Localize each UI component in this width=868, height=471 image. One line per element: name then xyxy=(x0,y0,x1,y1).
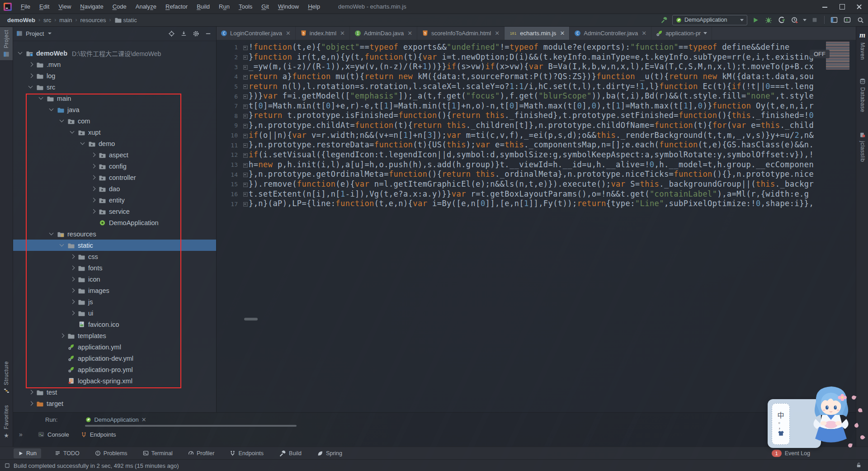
tree-toggle-icon[interactable] xyxy=(69,129,76,136)
collapse-all-button[interactable] xyxy=(179,29,188,38)
close-icon[interactable]: ✕ xyxy=(642,30,646,37)
tool-stripe-favorites[interactable]: Favorites ★ xyxy=(0,402,13,442)
tree-toggle-icon[interactable] xyxy=(69,264,76,271)
menu-build[interactable]: Build xyxy=(192,0,214,14)
run-button[interactable] xyxy=(750,15,760,25)
tree-toggle-icon[interactable] xyxy=(28,389,34,396)
editor-tab-scoreInfoToAdmin.html[interactable]: 5scoreInfoToAdmin.html✕ xyxy=(417,26,505,40)
tree-item-controller[interactable]: controller xyxy=(13,172,216,183)
tree-toggle-icon[interactable] xyxy=(90,208,97,215)
menu-tools[interactable]: Tools xyxy=(234,0,257,14)
tree-toggle-icon[interactable] xyxy=(48,231,55,237)
tree-item-target[interactable]: target xyxy=(13,398,216,409)
toolwindow-button-run[interactable]: Run xyxy=(14,448,41,458)
toolwindow-button-profiler[interactable]: Profiler xyxy=(186,448,217,458)
tree-item-dao[interactable]: dao xyxy=(13,183,216,194)
settings-button[interactable] xyxy=(191,29,200,38)
chevron-down-icon[interactable] xyxy=(48,33,52,34)
tree-item-config[interactable]: config xyxy=(13,160,216,172)
menu-refactor[interactable]: Refactor xyxy=(161,0,192,14)
menu-code[interactable]: Code xyxy=(108,0,131,14)
close-icon[interactable]: ✕ xyxy=(340,30,345,37)
menu-git[interactable]: Git xyxy=(257,0,274,14)
tool-stripe-maven[interactable]: m Maven xyxy=(856,28,868,63)
breadcrumb-item-resources[interactable]: resources xyxy=(79,17,107,24)
menu-file[interactable]: File xyxy=(16,0,35,14)
tree-toggle-icon[interactable] xyxy=(69,287,76,294)
tree-toggle-icon[interactable] xyxy=(59,242,66,249)
tree-toggle-icon[interactable] xyxy=(69,253,76,260)
breadcrumb-item-demoWeb[interactable]: demoWeb xyxy=(6,17,36,24)
tree-item-templates[interactable]: templates xyxy=(13,330,216,341)
tree-item-demo[interactable]: demo xyxy=(13,138,216,149)
highlighting-level-badge[interactable]: OFF xyxy=(810,50,830,58)
tree-toggle-icon[interactable] xyxy=(28,72,34,79)
menu-analyze[interactable]: Analyze xyxy=(131,0,161,14)
menu-run[interactable]: Run xyxy=(214,0,234,14)
chevron-down-icon[interactable] xyxy=(703,32,707,34)
tool-stripe-jclasslib[interactable]: jclasslib xyxy=(856,129,868,165)
editor-tab-echarts.min.js[interactable]: 101echarts.min.js✕ xyxy=(505,26,570,40)
run-tab-scrollbar[interactable] xyxy=(85,425,297,427)
tree-item-css[interactable]: css xyxy=(13,251,216,262)
mascot-overlay[interactable]: 中 。 ， xyxy=(763,382,867,454)
tree-item-DemoApplication[interactable]: DemoApplication xyxy=(13,217,216,228)
tree-toggle-icon[interactable] xyxy=(69,310,76,316)
close-icon[interactable]: ✕ xyxy=(560,30,565,37)
tree-item-static[interactable]: static xyxy=(13,240,216,251)
tree-item-src[interactable]: src xyxy=(13,81,216,93)
breadcrumb-item-static[interactable]: static xyxy=(113,16,138,24)
minimize-button[interactable] xyxy=(816,0,834,14)
hide-panel-button[interactable] xyxy=(203,29,212,38)
tree-toggle-icon[interactable] xyxy=(59,332,66,339)
tree-toggle-icon[interactable] xyxy=(69,276,76,283)
menu-edit[interactable]: Edit xyxy=(35,0,54,14)
menu-navigate[interactable]: Navigate xyxy=(75,0,108,14)
tree-toggle-icon[interactable] xyxy=(28,61,34,68)
tree-item-favicon.ico[interactable]: favicon.ico xyxy=(13,319,216,330)
tree-toggle-icon[interactable] xyxy=(90,174,97,181)
tree-item-js[interactable]: js xyxy=(13,296,216,307)
menu-help[interactable]: Help xyxy=(303,0,325,14)
tree-toggle-icon[interactable] xyxy=(48,106,55,113)
tree-item-fonts[interactable]: fonts xyxy=(13,262,216,273)
tree-item-main[interactable]: main xyxy=(13,93,216,104)
toolwindow-button-todo[interactable]: TODO xyxy=(53,448,81,458)
tree-toggle-icon[interactable] xyxy=(28,84,34,90)
tree-item-application.yml[interactable]: application.yml xyxy=(13,341,216,353)
toolwindow-button-spring[interactable]: Spring xyxy=(315,448,344,458)
tree-item-service[interactable]: service xyxy=(13,206,216,217)
toolwindow-button-terminal[interactable]: Terminal xyxy=(141,448,175,458)
tree-item-aspect[interactable]: aspect xyxy=(13,149,216,160)
mascot-language-pill[interactable]: 中 。 ， xyxy=(772,403,790,445)
code-editor[interactable]: 1!function(t,e){"object"==typeof exports… xyxy=(216,40,821,412)
close-icon[interactable]: ✕ xyxy=(286,30,291,37)
tool-stripe-project[interactable]: Project xyxy=(0,27,13,60)
tool-stripe-database[interactable]: Database xyxy=(856,75,868,115)
debug-button[interactable] xyxy=(764,15,774,25)
editor-tab-LoginController.java[interactable]: CLoginController.java✕ xyxy=(216,26,296,40)
tree-item-log[interactable]: log xyxy=(13,70,216,81)
run-config-tab[interactable]: DemoApplication ✕ xyxy=(85,416,146,423)
menu-window[interactable]: Window xyxy=(274,0,303,14)
tree-toggle-icon[interactable] xyxy=(80,140,86,147)
run-config-combo[interactable]: DemoApplication xyxy=(672,15,747,25)
breadcrumb-item-main[interactable]: main xyxy=(58,17,73,24)
tree-item-ui[interactable]: ui xyxy=(13,307,216,319)
tree-item-demoWeb[interactable]: demoWebD:\软件工程大二课设\demoWeb xyxy=(13,47,216,59)
locate-button[interactable] xyxy=(167,29,176,38)
tool-stripe-structure[interactable]: Structure xyxy=(0,358,13,396)
lock-icon[interactable] xyxy=(856,462,862,468)
close-icon[interactable]: ✕ xyxy=(142,416,146,423)
chevron-down-icon[interactable] xyxy=(803,19,807,21)
build-hammer-icon[interactable] xyxy=(659,15,669,25)
horizontal-scrollbar[interactable] xyxy=(244,318,258,320)
tree-toggle-icon[interactable] xyxy=(90,151,97,158)
search-everywhere-button[interactable] xyxy=(855,15,865,25)
tree-item-java[interactable]: java xyxy=(13,104,216,115)
tree-item-icon[interactable]: icon xyxy=(13,273,216,285)
close-icon[interactable]: ✕ xyxy=(407,30,412,37)
tree-item-images[interactable]: images xyxy=(13,285,216,296)
background-tasks-icon[interactable] xyxy=(5,463,10,468)
tree-toggle-icon[interactable] xyxy=(90,197,97,203)
